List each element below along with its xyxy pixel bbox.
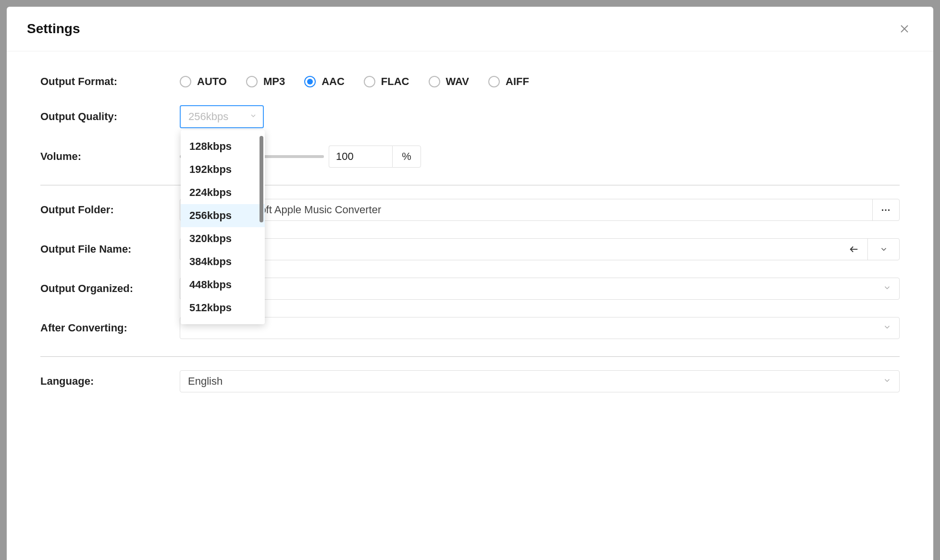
radio-flac[interactable]: FLAC bbox=[364, 75, 409, 88]
radio-icon bbox=[429, 76, 440, 87]
modal-header: Settings bbox=[7, 7, 933, 51]
close-button[interactable] bbox=[896, 20, 913, 37]
radio-label: AIFF bbox=[506, 75, 529, 88]
label-output-folder: Output Folder: bbox=[40, 204, 180, 216]
output-quality-dropdown: 128kbps 192kbps 224kbps 256kbps 320kbps … bbox=[181, 130, 265, 324]
modal-title: Settings bbox=[27, 21, 80, 37]
settings-modal: Settings Output Format: AUTO MP3 AAC bbox=[7, 7, 933, 560]
output-quality-controls: 256kbps 128kbps 192kbps 224kbps 256kbps … bbox=[180, 105, 900, 128]
radio-label: AUTO bbox=[197, 75, 227, 88]
row-output-filename: Output File Name: bbox=[40, 238, 900, 260]
label-output-organized: Output Organized: bbox=[40, 282, 180, 295]
output-format-group: AUTO MP3 AAC FLAC WAV bbox=[180, 75, 900, 88]
row-language: Language: English bbox=[40, 370, 900, 392]
radio-label: AAC bbox=[322, 75, 345, 88]
row-output-folder: Output Folder: cuments/Ukeysoft Apple Mu… bbox=[40, 199, 900, 221]
dropdown-scrollbar[interactable] bbox=[260, 136, 263, 222]
radio-icon bbox=[488, 76, 500, 87]
quality-option-384[interactable]: 384kbps bbox=[181, 250, 265, 273]
quality-option-192[interactable]: 192kbps bbox=[181, 158, 265, 181]
radio-icon bbox=[180, 76, 191, 87]
close-icon bbox=[899, 23, 910, 35]
divider bbox=[40, 185, 900, 185]
radio-aac[interactable]: AAC bbox=[304, 75, 345, 88]
chevron-down-icon bbox=[883, 282, 891, 295]
language-select[interactable]: English bbox=[180, 370, 900, 392]
chevron-down-icon bbox=[879, 245, 888, 254]
output-organized-controls bbox=[180, 278, 900, 300]
divider bbox=[40, 356, 900, 357]
output-filename-input[interactable] bbox=[180, 239, 841, 260]
volume-unit: % bbox=[392, 146, 421, 168]
label-output-filename: Output File Name: bbox=[40, 243, 180, 256]
label-output-quality: Output Quality: bbox=[40, 110, 180, 123]
language-controls: English bbox=[180, 370, 900, 392]
row-output-format: Output Format: AUTO MP3 AAC FLAC bbox=[40, 75, 900, 88]
radio-label: WAV bbox=[446, 75, 469, 88]
quality-option-128[interactable]: 128kbps bbox=[181, 135, 265, 158]
quality-option-224[interactable]: 224kbps bbox=[181, 181, 265, 204]
output-folder-controls: cuments/Ukeysoft Apple Music Converter ·… bbox=[180, 199, 900, 221]
row-output-quality: Output Quality: 256kbps 128kbps 192kbps … bbox=[40, 105, 900, 128]
chevron-down-icon bbox=[883, 375, 891, 388]
radio-icon bbox=[246, 76, 258, 87]
output-folder-box: cuments/Ukeysoft Apple Music Converter ·… bbox=[180, 199, 900, 221]
browse-folder-button[interactable]: ··· bbox=[872, 199, 899, 220]
radio-auto[interactable]: AUTO bbox=[180, 75, 227, 88]
language-value: English bbox=[188, 375, 223, 388]
output-filename-controls bbox=[180, 238, 900, 260]
output-filename-box bbox=[180, 238, 900, 260]
output-folder-path[interactable]: cuments/Ukeysoft Apple Music Converter bbox=[180, 199, 872, 220]
radio-icon bbox=[304, 76, 316, 87]
quality-option-448[interactable]: 448kbps bbox=[181, 273, 265, 296]
row-after-converting: After Converting: bbox=[40, 317, 900, 339]
output-organized-select[interactable] bbox=[180, 278, 900, 300]
radio-icon bbox=[364, 76, 375, 87]
label-output-format: Output Format: bbox=[40, 75, 180, 88]
row-volume: Volume: 100 % bbox=[40, 146, 900, 168]
output-quality-select[interactable]: 256kbps 128kbps 192kbps 224kbps 256kbps … bbox=[180, 105, 264, 128]
radio-label: FLAC bbox=[381, 75, 409, 88]
radio-aiff[interactable]: AIFF bbox=[488, 75, 529, 88]
label-volume: Volume: bbox=[40, 150, 180, 163]
output-quality-value: 256kbps bbox=[188, 110, 228, 123]
volume-controls: 100 % bbox=[180, 146, 900, 168]
label-language: Language: bbox=[40, 375, 180, 388]
filename-back-button[interactable] bbox=[841, 239, 867, 260]
radio-mp3[interactable]: MP3 bbox=[246, 75, 285, 88]
radio-wav[interactable]: WAV bbox=[429, 75, 469, 88]
after-converting-controls bbox=[180, 317, 900, 339]
filename-dropdown-button[interactable] bbox=[867, 239, 899, 260]
chevron-down-icon bbox=[249, 112, 257, 122]
modal-body: Output Format: AUTO MP3 AAC FLAC bbox=[7, 51, 933, 560]
row-output-organized: Output Organized: bbox=[40, 278, 900, 300]
quality-option-512[interactable]: 512kbps bbox=[181, 296, 265, 319]
volume-input[interactable]: 100 bbox=[329, 146, 392, 168]
label-after-converting: After Converting: bbox=[40, 322, 180, 334]
chevron-down-icon bbox=[883, 322, 891, 334]
quality-option-320[interactable]: 320kbps bbox=[181, 227, 265, 250]
quality-option-256[interactable]: 256kbps bbox=[181, 204, 265, 227]
after-converting-select[interactable] bbox=[180, 317, 900, 339]
radio-label: MP3 bbox=[263, 75, 285, 88]
arrow-left-icon bbox=[849, 244, 859, 255]
